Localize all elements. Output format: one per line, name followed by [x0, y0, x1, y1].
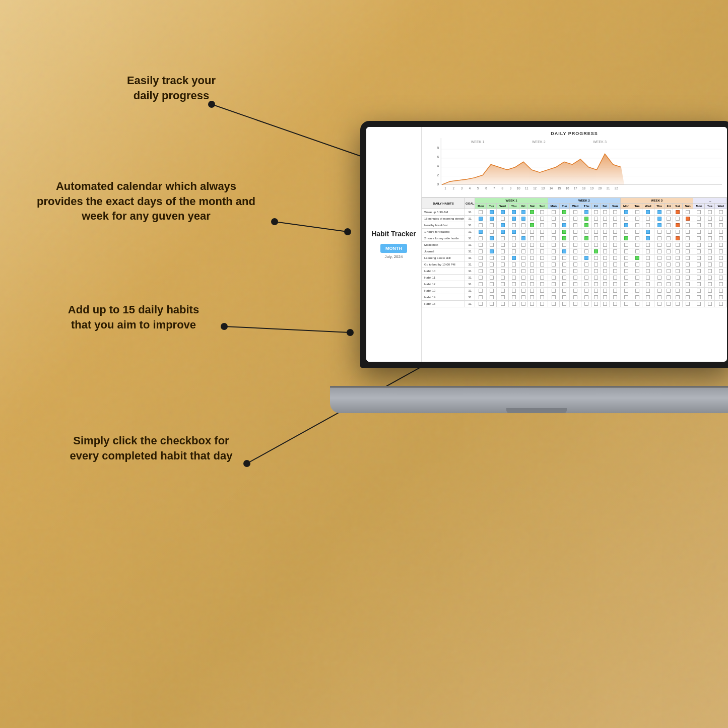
habit-day-cell[interactable] — [537, 261, 548, 268]
habit-day-cell[interactable] — [673, 248, 683, 255]
habit-day-cell[interactable] — [559, 294, 569, 301]
habit-day-cell[interactable] — [508, 229, 519, 235]
habit-day-cell[interactable] — [592, 261, 601, 268]
habit-day-cell[interactable] — [642, 216, 654, 222]
habit-day-cell[interactable] — [581, 235, 592, 242]
habit-day-cell[interactable] — [682, 255, 693, 261]
habit-day-cell[interactable] — [600, 268, 610, 275]
habit-day-cell[interactable] — [559, 222, 569, 229]
habit-day-cell[interactable] — [569, 216, 581, 222]
habit-day-cell[interactable] — [673, 268, 683, 275]
habit-day-cell[interactable] — [592, 229, 601, 235]
habit-day-cell[interactable] — [508, 209, 519, 216]
habit-day-cell[interactable] — [642, 229, 654, 235]
habit-day-cell[interactable] — [487, 261, 497, 268]
habit-day-cell[interactable] — [693, 242, 705, 248]
habit-day-cell[interactable] — [548, 301, 559, 307]
habit-day-cell[interactable] — [487, 235, 497, 242]
habit-day-cell[interactable] — [715, 275, 727, 281]
habit-day-cell[interactable] — [508, 301, 519, 307]
habit-day-cell[interactable] — [487, 288, 497, 294]
habit-day-cell[interactable] — [487, 294, 497, 301]
habit-day-cell[interactable] — [475, 235, 487, 242]
habit-day-cell[interactable] — [600, 294, 610, 301]
habit-day-cell[interactable] — [508, 216, 519, 222]
habit-day-cell[interactable] — [487, 255, 497, 261]
habit-day-cell[interactable] — [610, 242, 621, 248]
habit-day-cell[interactable] — [642, 288, 654, 294]
habit-day-cell[interactable] — [497, 255, 508, 261]
habit-day-cell[interactable] — [600, 275, 610, 281]
habit-day-cell[interactable] — [487, 242, 497, 248]
habit-day-cell[interactable] — [475, 281, 487, 288]
habit-day-cell[interactable] — [715, 242, 727, 248]
habit-day-cell[interactable] — [600, 255, 610, 261]
habit-day-cell[interactable] — [519, 281, 527, 288]
habit-day-cell[interactable] — [592, 288, 601, 294]
habit-day-cell[interactable] — [682, 216, 693, 222]
habit-day-cell[interactable] — [673, 235, 683, 242]
habit-day-cell[interactable] — [475, 242, 487, 248]
habit-day-cell[interactable] — [621, 216, 632, 222]
habit-day-cell[interactable] — [610, 288, 621, 294]
habit-day-cell[interactable] — [508, 242, 519, 248]
habit-day-cell[interactable] — [581, 288, 592, 294]
habit-day-cell[interactable] — [519, 268, 527, 275]
habit-day-cell[interactable] — [621, 235, 632, 242]
habit-day-cell[interactable] — [632, 222, 642, 229]
habit-day-cell[interactable] — [487, 275, 497, 281]
habit-day-cell[interactable] — [654, 235, 665, 242]
habit-day-cell[interactable] — [581, 222, 592, 229]
habit-day-cell[interactable] — [559, 235, 569, 242]
habit-day-cell[interactable] — [610, 229, 621, 235]
habit-day-cell[interactable] — [581, 275, 592, 281]
habit-day-cell[interactable] — [693, 235, 705, 242]
habit-day-cell[interactable] — [665, 242, 673, 248]
habit-day-cell[interactable] — [673, 281, 683, 288]
habit-day-cell[interactable] — [665, 229, 673, 235]
habit-day-cell[interactable] — [600, 209, 610, 216]
habit-day-cell[interactable] — [569, 255, 581, 261]
habit-day-cell[interactable] — [559, 281, 569, 288]
habit-day-cell[interactable] — [693, 268, 705, 275]
habit-day-cell[interactable] — [559, 209, 569, 216]
habit-day-cell[interactable] — [537, 242, 548, 248]
habit-day-cell[interactable] — [673, 216, 683, 222]
habit-day-cell[interactable] — [569, 275, 581, 281]
habit-day-cell[interactable] — [654, 242, 665, 248]
habit-day-cell[interactable] — [581, 216, 592, 222]
habit-day-cell[interactable] — [548, 268, 559, 275]
habit-day-cell[interactable] — [632, 229, 642, 235]
habit-day-cell[interactable] — [654, 301, 665, 307]
habit-day-cell[interactable] — [715, 216, 727, 222]
habit-day-cell[interactable] — [654, 248, 665, 255]
habit-day-cell[interactable] — [527, 294, 537, 301]
habit-day-cell[interactable] — [559, 301, 569, 307]
habit-day-cell[interactable] — [592, 275, 601, 281]
habit-day-cell[interactable] — [497, 301, 508, 307]
habit-day-cell[interactable] — [581, 248, 592, 255]
habit-day-cell[interactable] — [569, 301, 581, 307]
habit-day-cell[interactable] — [569, 288, 581, 294]
habit-day-cell[interactable] — [632, 235, 642, 242]
habit-day-cell[interactable] — [519, 288, 527, 294]
habit-day-cell[interactable] — [642, 268, 654, 275]
habit-day-cell[interactable] — [705, 242, 715, 248]
habit-day-cell[interactable] — [559, 229, 569, 235]
habit-day-cell[interactable] — [610, 275, 621, 281]
habit-day-cell[interactable] — [705, 255, 715, 261]
habit-day-cell[interactable] — [537, 275, 548, 281]
habit-day-cell[interactable] — [487, 229, 497, 235]
habit-day-cell[interactable] — [581, 261, 592, 268]
habit-day-cell[interactable] — [508, 275, 519, 281]
habit-day-cell[interactable] — [682, 275, 693, 281]
habit-day-cell[interactable] — [654, 268, 665, 275]
habit-day-cell[interactable] — [475, 301, 487, 307]
habit-day-cell[interactable] — [705, 294, 715, 301]
habit-day-cell[interactable] — [548, 248, 559, 255]
habit-day-cell[interactable] — [693, 248, 705, 255]
habit-day-cell[interactable] — [665, 216, 673, 222]
habit-day-cell[interactable] — [600, 301, 610, 307]
habit-day-cell[interactable] — [621, 294, 632, 301]
habit-day-cell[interactable] — [548, 261, 559, 268]
